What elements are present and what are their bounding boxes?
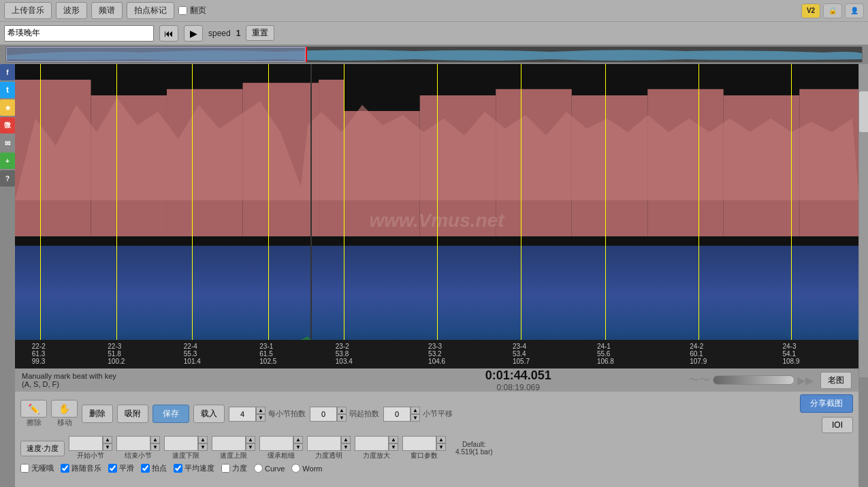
scrollbar-thumb[interactable] (859, 91, 868, 132)
speed-lower-input[interactable] (164, 436, 198, 451)
weak-beat-input[interactable] (310, 407, 337, 422)
beat-line-10 (791, 64, 792, 340)
beats-down[interactable]: ▼ (256, 414, 266, 422)
beats-per-bar-input[interactable] (229, 407, 256, 422)
force-smooth-up[interactable]: ▲ (341, 436, 351, 443)
speed-label: speed (208, 29, 231, 38)
add-button[interactable]: + (0, 153, 15, 169)
force-smooth-down[interactable]: ▼ (341, 443, 351, 451)
force-amp-down[interactable]: ▼ (389, 443, 398, 451)
end-bar-spinner: ▲ ▼ (116, 436, 160, 451)
weak-beat-group: ▲ ▼ 弱起拍数 (310, 407, 379, 422)
bar-offset-input[interactable] (383, 407, 411, 422)
prev-button[interactable]: ⏮ (159, 25, 178, 42)
weibo-button[interactable]: 微 (0, 117, 15, 133)
play-button[interactable]: ▶ (184, 25, 203, 42)
speed-upper-input[interactable] (212, 436, 246, 451)
view-button[interactable]: 老图 (820, 372, 852, 389)
waveform-icon: 〜〜 (688, 373, 710, 388)
weak-beat-down[interactable]: ▼ (337, 414, 347, 422)
smooth-input[interactable] (259, 436, 293, 451)
route-checkbox[interactable] (61, 464, 69, 473)
upload-button[interactable]: 上传音乐 (4, 2, 52, 19)
force-smooth-input[interactable] (307, 436, 341, 451)
avg-speed-checkbox[interactable] (174, 464, 182, 473)
curve-radio[interactable] (254, 464, 263, 473)
smooth2-label: 平滑 (108, 463, 134, 473)
beat-label-8: 24-1 55.6 106.8 (597, 343, 614, 365)
beat-line-5 (344, 64, 344, 340)
smooth-down[interactable]: ▼ (293, 443, 303, 451)
force2-checkbox[interactable] (221, 464, 230, 473)
save-button[interactable]: 保存 (152, 405, 189, 423)
no-mute-checkbox[interactable] (20, 464, 29, 473)
start-bar-spinner: ▲ ▼ (69, 436, 112, 451)
smooth-up[interactable]: ▲ (293, 436, 303, 443)
lock-button[interactable]: 🔒 (823, 3, 842, 18)
adsorb-button[interactable]: 吸附 (117, 405, 148, 423)
end-bar-up[interactable]: ▲ (150, 436, 160, 443)
user-button[interactable]: 👤 (845, 3, 864, 18)
force-amp-spinner: ▲ ▼ (355, 436, 398, 451)
smooth2-checkbox[interactable] (108, 464, 117, 473)
worm-radio[interactable] (291, 464, 300, 473)
social-bar: f t ★ 微 ✉ + ? (0, 64, 15, 187)
force-amp-up[interactable]: ▲ (389, 436, 398, 443)
waveform-zoom-slider[interactable] (713, 375, 794, 385)
v2-button[interactable]: V2 (801, 3, 820, 18)
main-scrollbar[interactable] (858, 64, 868, 377)
beat-label-3: 22-4 55.3 101.4 (184, 343, 201, 365)
overview-playhead (306, 47, 307, 62)
force-smooth-group: ▲ ▼ 力度透明 (307, 436, 351, 460)
beats-up[interactable]: ▲ (256, 407, 266, 414)
force-amp-input[interactable] (355, 436, 389, 451)
twitter-button[interactable]: t (0, 82, 15, 98)
import-button[interactable]: 载入 (193, 405, 225, 423)
bar-offset-down[interactable]: ▼ (411, 414, 420, 422)
move-button[interactable]: ✋ (51, 400, 78, 418)
window-spinner: ▲ ▼ (402, 436, 446, 451)
erase-button[interactable]: ✏️ (20, 400, 47, 418)
route-label: 路随音乐 (61, 463, 101, 473)
star-button[interactable]: ★ (0, 99, 15, 116)
beat-checkbox[interactable] (141, 464, 150, 473)
fanye-checkbox[interactable] (178, 6, 187, 15)
end-bar-down[interactable]: ▼ (150, 443, 160, 451)
bar-offset-up[interactable]: ▲ (411, 407, 420, 414)
overview-container[interactable] (5, 46, 863, 63)
start-bar-label: 开始小节 (77, 451, 104, 460)
speed-upper-up[interactable]: ▲ (246, 436, 255, 443)
start-bar-input[interactable] (69, 436, 103, 451)
main-waveform[interactable]: www.Vmus.net 22-2 61.3 99.3 22-3 51.8 10… (15, 64, 858, 377)
help-button[interactable]: ? (0, 170, 15, 187)
speed-force-button[interactable]: 速度·力度 (20, 441, 65, 456)
speed-lower-up[interactable]: ▲ (198, 436, 208, 443)
waveform-button[interactable]: 波形 (56, 2, 87, 19)
fanye-checkbox-label: 翻页 (178, 5, 206, 16)
ioi-button[interactable]: IOI (822, 417, 853, 433)
start-bar-up[interactable]: ▲ (103, 436, 112, 443)
speed-lower-label: 速度下限 (172, 451, 199, 460)
beat-mark-button[interactable]: 拍点标记 (127, 2, 174, 19)
window-down[interactable]: ▼ (436, 443, 446, 451)
speed-upper-down[interactable]: ▼ (246, 443, 255, 451)
weak-beat-up[interactable]: ▲ (337, 407, 347, 414)
spectrum-button[interactable]: 频谱 (91, 2, 123, 19)
window-up[interactable]: ▲ (436, 436, 446, 443)
end-bar-group: ▲ ▼ 结束小节 (116, 436, 160, 460)
bar-offset-arrows: ▲ ▼ (411, 407, 420, 422)
facebook-button[interactable]: f (0, 64, 15, 80)
reset-button[interactable]: 重置 (246, 25, 274, 41)
share-button[interactable]: 分享截图 (800, 394, 853, 413)
end-bar-input[interactable] (116, 436, 150, 451)
mail-button[interactable]: ✉ (0, 135, 15, 151)
delete-button[interactable]: 删除 (82, 405, 113, 423)
speed-lower-down[interactable]: ▼ (198, 443, 208, 451)
speed-lower-spinner: ▲ ▼ (164, 436, 208, 451)
beat-label-2: 22-3 51.8 100.2 (108, 343, 125, 365)
window-input[interactable] (402, 436, 436, 451)
smooth-label: 缓承粗细 (268, 451, 295, 460)
start-bar-down[interactable]: ▼ (103, 443, 112, 451)
song-name-input[interactable] (4, 25, 154, 42)
default-info: Default: 4.519(1 bar) (455, 441, 492, 456)
